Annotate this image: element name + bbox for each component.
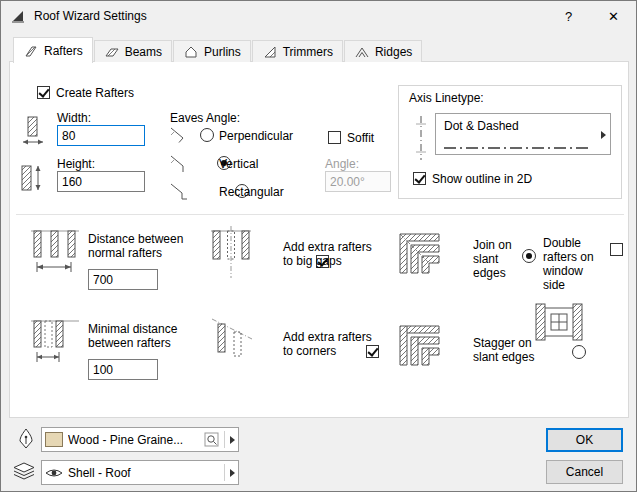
tab-label: Ridges xyxy=(375,45,412,59)
eaves-perpendicular-radio[interactable] xyxy=(200,128,214,142)
surface-swatch xyxy=(45,432,63,447)
create-rafters-label: Create Rafters xyxy=(56,86,134,100)
height-input[interactable] xyxy=(57,171,145,192)
create-rafters-checkbox[interactable] xyxy=(37,86,50,99)
angle-label: Angle: xyxy=(325,157,359,171)
layer-combo-arrow-icon xyxy=(230,469,235,477)
create-rafters-row: Create Rafters xyxy=(37,86,134,100)
tabstrip: Rafters Beams Purlins Trimmers Ridges xyxy=(13,37,423,62)
distance-normal-input[interactable] xyxy=(88,269,158,290)
rafters-icon xyxy=(23,44,39,58)
surface-combo-arrow-icon xyxy=(230,436,235,444)
surface-combo[interactable]: Wood - Pine Graine... xyxy=(41,427,239,452)
window-title: Roof Wizard Settings xyxy=(34,9,147,23)
browse-surfaces-icon[interactable] xyxy=(204,432,219,447)
surface-pen-icon xyxy=(17,427,35,454)
tab-beams[interactable]: Beams xyxy=(94,40,172,62)
minimal-distance-icon xyxy=(30,318,80,369)
separator xyxy=(16,214,624,215)
axis-linetype-group: Axis Linetype: Dot & Dashed Show outline… xyxy=(398,85,622,199)
tab-rafters[interactable]: Rafters xyxy=(13,37,93,63)
eaves-rectangular-icon xyxy=(168,180,190,205)
combo-divider xyxy=(224,464,225,481)
extra-big-gaps-label: Add extra rafters to big gaps xyxy=(283,240,375,268)
stagger-slant-label: Stagger on slant edges xyxy=(473,336,545,364)
double-rafters-label: Double rafters on window side xyxy=(543,236,605,292)
width-label: Width: xyxy=(57,111,91,125)
show-outline-label: Show outline in 2D xyxy=(432,172,532,186)
roof-wizard-dialog: Roof Wizard Settings ? ✕ Rafters Beams P… xyxy=(0,0,637,492)
purlins-icon xyxy=(183,45,199,59)
distance-normal-rafters-icon xyxy=(30,228,80,279)
linetype-combo[interactable]: Dot & Dashed xyxy=(435,113,611,155)
titlebar-buttons: ? ✕ xyxy=(546,1,636,31)
show-outline-checkbox[interactable] xyxy=(413,172,426,185)
linetype-combo-arrow-icon xyxy=(601,131,606,139)
join-slant-label: Join on slant edges xyxy=(473,238,527,280)
stagger-slant-radio[interactable] xyxy=(572,345,586,359)
cancel-button[interactable]: Cancel xyxy=(546,460,623,484)
beams-icon xyxy=(104,45,120,59)
eaves-vertical-icon xyxy=(168,152,190,177)
rafter-width-icon xyxy=(20,116,46,151)
minimal-distance-input[interactable] xyxy=(88,359,158,380)
rafter-height-icon xyxy=(20,162,46,197)
help-button[interactable]: ? xyxy=(546,1,591,31)
roof-wizard-app-icon xyxy=(10,8,26,24)
extra-rafters-corners-icon xyxy=(210,316,254,365)
tab-trimmers[interactable]: Trimmers xyxy=(252,40,343,62)
tab-label: Trimmers xyxy=(283,45,333,59)
double-rafters-checkbox[interactable] xyxy=(610,243,623,256)
linetype-preview xyxy=(444,140,592,154)
ridges-icon xyxy=(354,45,370,59)
surface-value: Wood - Pine Graine... xyxy=(68,433,199,447)
eaves-perpendicular-label: Perpendicular xyxy=(219,129,293,143)
extra-corners-label: Add extra rafters to corners xyxy=(283,330,375,358)
combo-divider xyxy=(224,431,225,448)
axis-linetype-label: Axis Linetype: xyxy=(409,91,484,105)
ok-button[interactable]: OK xyxy=(546,428,623,452)
height-label: Height: xyxy=(57,157,95,171)
rafters-panel: Create Rafters Width: Height: Eaves Angl… xyxy=(9,61,629,418)
layers-icon xyxy=(13,462,35,484)
show-outline-row: Show outline in 2D xyxy=(413,172,532,186)
tab-label: Rafters xyxy=(44,44,83,58)
tab-label: Purlins xyxy=(204,45,241,59)
angle-input xyxy=(325,171,391,192)
eaves-rectangular-label: Rectangular xyxy=(219,185,284,199)
linetype-value: Dot & Dashed xyxy=(444,119,519,133)
layer-value: Shell - Roof xyxy=(68,466,219,480)
stagger-slant-edges-icon xyxy=(398,324,444,369)
width-input[interactable] xyxy=(57,125,145,146)
eaves-perpendicular-icon xyxy=(168,124,190,149)
tab-purlins[interactable]: Purlins xyxy=(173,40,251,62)
titlebar[interactable]: Roof Wizard Settings ? ✕ xyxy=(1,1,636,31)
trimmers-icon xyxy=(262,45,278,59)
soffit-row: Soffit xyxy=(328,131,374,145)
soffit-checkbox[interactable] xyxy=(328,131,341,144)
tab-ridges[interactable]: Ridges xyxy=(344,40,422,62)
join-slant-edges-icon xyxy=(398,232,444,277)
minimal-distance-label: Minimal distance between rafters xyxy=(88,322,218,350)
eye-icon xyxy=(45,467,63,479)
eaves-angle-label: Eaves Angle: xyxy=(170,111,240,125)
close-button[interactable]: ✕ xyxy=(591,1,636,31)
tab-label: Beams xyxy=(125,45,162,59)
soffit-label: Soffit xyxy=(347,131,374,145)
eaves-vertical-label: Vertical xyxy=(219,157,258,171)
extra-rafters-big-gaps-icon xyxy=(210,226,252,283)
layer-combo[interactable]: Shell - Roof xyxy=(41,460,239,485)
distance-normal-label: Distance between normal rafters xyxy=(88,232,218,260)
axis-linetype-icon xyxy=(411,114,431,165)
